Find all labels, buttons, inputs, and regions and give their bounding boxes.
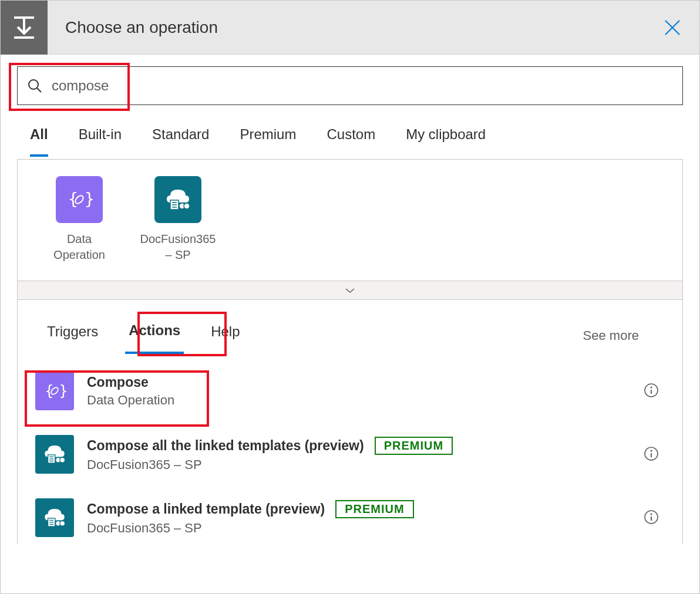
- tab-built-in[interactable]: Built-in: [79, 126, 122, 157]
- info-icon: [644, 446, 659, 461]
- expand-connectors-button[interactable]: [18, 281, 682, 299]
- svg-point-5: [29, 80, 38, 89]
- search-area: [1, 55, 699, 110]
- connector-label: DocFusion365 – SP: [140, 231, 216, 263]
- info-icon: [644, 509, 659, 525]
- search-box[interactable]: [17, 66, 683, 105]
- tab-triggers[interactable]: Triggers: [43, 319, 102, 353]
- svg-point-29: [650, 450, 652, 451]
- svg-point-15: [184, 203, 190, 209]
- action-compose-linked-template[interactable]: Compose a linked template (preview) PREM…: [35, 491, 665, 544]
- info-button[interactable]: [644, 446, 660, 463]
- svg-point-20: [650, 386, 652, 388]
- see-more-link[interactable]: See more: [583, 328, 657, 343]
- svg-text:}: }: [59, 382, 66, 399]
- tab-standard[interactable]: Standard: [152, 126, 209, 157]
- dialog-header: Choose an operation: [1, 1, 699, 55]
- operations-panel: Triggers Actions Help See more { } Compo…: [17, 300, 683, 544]
- docfusion-icon: [154, 176, 201, 223]
- tab-all[interactable]: All: [30, 126, 48, 157]
- svg-point-27: [60, 457, 65, 463]
- tab-actions[interactable]: Actions: [125, 318, 184, 354]
- search-icon: [27, 78, 42, 93]
- action-title: Compose a linked template (preview): [87, 501, 325, 517]
- info-icon: [644, 383, 659, 398]
- operation-type-icon: [1, 1, 48, 55]
- chevron-down-icon: [344, 287, 356, 294]
- premium-badge: PREMIUM: [335, 500, 413, 518]
- tab-my-clipboard[interactable]: My clipboard: [406, 126, 486, 157]
- premium-badge: PREMIUM: [375, 437, 453, 455]
- tab-premium[interactable]: Premium: [240, 126, 296, 157]
- connector-data-operation[interactable]: { } Data Operation: [47, 176, 112, 263]
- svg-rect-0: [14, 16, 34, 19]
- close-button[interactable]: [655, 10, 690, 45]
- docfusion-icon: [35, 435, 74, 474]
- operations-tabs: Triggers Actions Help See more: [18, 318, 682, 354]
- connector-label: Data Operation: [47, 231, 112, 263]
- action-title: Compose all the linked templates (previe…: [87, 438, 364, 454]
- tab-help[interactable]: Help: [207, 319, 243, 353]
- action-compose-all-linked-templates[interactable]: Compose all the linked templates (previe…: [35, 428, 665, 481]
- connectors-panel: { } Data Operation: [17, 159, 683, 300]
- action-compose[interactable]: { } Compose Data Operation: [35, 365, 665, 417]
- info-button[interactable]: [644, 383, 660, 399]
- svg-line-6: [37, 88, 41, 92]
- dialog-title: Choose an operation: [48, 18, 655, 37]
- connector-docfusion365-sp[interactable]: DocFusion365 – SP: [146, 176, 210, 263]
- data-operation-icon: { }: [56, 176, 103, 223]
- action-list: { } Compose Data Operation: [18, 354, 682, 544]
- category-tabs: All Built-in Standard Premium Custom My …: [1, 110, 699, 157]
- action-title: Compose: [87, 374, 149, 390]
- svg-point-38: [650, 513, 652, 515]
- search-input[interactable]: [52, 77, 673, 94]
- action-subtitle: DocFusion365 – SP: [87, 521, 631, 536]
- svg-point-36: [60, 521, 65, 526]
- close-icon: [664, 19, 681, 36]
- action-subtitle: DocFusion365 – SP: [87, 457, 631, 473]
- svg-rect-2: [14, 36, 34, 39]
- docfusion-icon: [35, 498, 74, 537]
- tab-custom[interactable]: Custom: [327, 126, 375, 157]
- info-button[interactable]: [644, 509, 660, 526]
- action-subtitle: Data Operation: [87, 393, 631, 408]
- data-operation-icon: { }: [35, 372, 74, 410]
- svg-text:}: }: [85, 190, 93, 209]
